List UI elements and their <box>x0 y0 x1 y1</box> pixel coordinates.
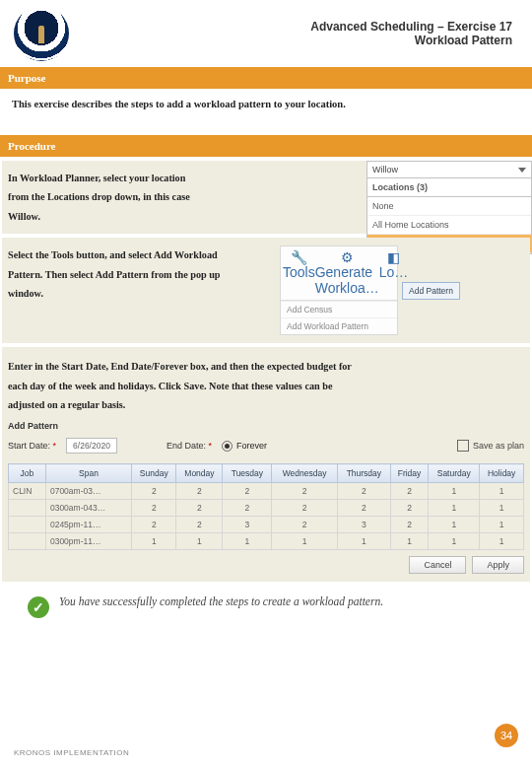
cell-span[interactable]: 0300am-043… <box>45 500 131 517</box>
col-sat: Saturday <box>429 464 480 483</box>
step2-line3: window. <box>8 284 274 303</box>
menu-add-workload-pattern[interactable]: Add Workload Pattern <box>281 317 397 334</box>
step3-line1: Enter in the Start Date, End Date/Foreve… <box>8 357 524 376</box>
table-row: 0300am-043…22222211 <box>9 500 524 517</box>
cell-thu[interactable]: 1 <box>337 533 390 550</box>
cell-mon[interactable]: 2 <box>176 483 223 500</box>
cell-fri[interactable]: 2 <box>390 517 428 533</box>
menu-add-census[interactable]: Add Census <box>281 301 397 317</box>
cell-hol[interactable]: 1 <box>480 517 524 533</box>
add-pattern-title: Add Pattern <box>8 418 524 434</box>
col-fri: Friday <box>390 464 428 483</box>
cell-wed[interactable]: 2 <box>272 483 337 500</box>
col-thu: Thursday <box>337 464 390 483</box>
success-text: You have successfully completed the step… <box>59 594 383 609</box>
cell-sun[interactable]: 1 <box>132 533 176 550</box>
cell-job[interactable] <box>9 500 46 517</box>
cell-job[interactable] <box>9 533 46 550</box>
page-number: 34 <box>495 724 518 747</box>
cell-fri[interactable]: 2 <box>390 483 428 500</box>
cell-sat[interactable]: 1 <box>429 533 480 550</box>
step1-line3: Willow. <box>8 207 303 226</box>
cell-hol[interactable]: 1 <box>480 483 524 500</box>
step2-block: Select the Tools button, and select Add … <box>2 238 530 343</box>
cell-wed[interactable]: 1 <box>272 533 337 550</box>
cell-mon[interactable]: 2 <box>176 517 223 533</box>
cell-wed[interactable]: 2 <box>272 500 337 517</box>
col-job: Job <box>9 464 46 483</box>
cell-sun[interactable]: 2 <box>132 517 176 533</box>
connecticut-seal-logo <box>14 6 69 61</box>
cell-mon[interactable]: 1 <box>176 533 223 550</box>
step3-block: Enter in the Start Date, End Date/Foreve… <box>2 347 530 582</box>
success-row: ✓ You have successfully completed the st… <box>10 585 522 618</box>
forever-radio[interactable]: Forever <box>222 441 267 452</box>
step1-line2: from the Locations drop down, in this ca… <box>8 187 303 206</box>
cell-tue[interactable]: 2 <box>223 500 272 517</box>
step1-block: In Workload Planner, select your locatio… <box>2 161 530 234</box>
cell-fri[interactable]: 1 <box>390 533 428 550</box>
dropdown-selected: Willow <box>372 165 398 175</box>
step2-line2: Pattern. Then select Add Pattern from th… <box>8 265 274 284</box>
col-wed: Wednesday <box>272 464 337 483</box>
cell-thu[interactable]: 2 <box>337 483 390 500</box>
save-as-plan-checkbox[interactable]: Save as plan <box>457 440 524 452</box>
add-pattern-button[interactable]: Add Pattern <box>402 282 460 300</box>
page-header: Advanced Scheduling – Exercise 17 Worklo… <box>10 0 522 67</box>
table-row: 0245pm-11…22323211 <box>9 517 524 533</box>
col-span: Span <box>45 464 131 483</box>
apply-button[interactable]: Apply <box>472 556 524 574</box>
col-tue: Tuesday <box>223 464 272 483</box>
dropdown-option-all[interactable]: All Home Locations <box>367 216 531 235</box>
cell-span[interactable]: 0300pm-11… <box>45 533 131 550</box>
cell-span[interactable]: 0245pm-11… <box>45 517 131 533</box>
cell-span[interactable]: 0700am-03… <box>45 483 131 500</box>
cell-job[interactable]: CLIN <box>9 483 46 500</box>
cell-mon[interactable]: 2 <box>176 500 223 517</box>
chevron-down-icon <box>518 168 526 173</box>
generate-workload-icon[interactable]: ⚙Generate Workloa… <box>315 250 379 296</box>
doc-title-2: Workload Pattern <box>69 34 512 47</box>
cancel-button[interactable]: Cancel <box>409 556 466 574</box>
col-hol: Holiday <box>480 464 524 483</box>
tools-menu[interactable]: 🔧Tools ⚙Generate Workloa… ◧Lo… Add Censu… <box>280 245 398 335</box>
end-date-label: End Date: * <box>166 441 212 451</box>
step3-line2: each day of the week and holidays. Click… <box>8 377 524 395</box>
cell-thu[interactable]: 3 <box>337 517 390 533</box>
start-date-label: Start Date: * <box>8 441 56 451</box>
check-icon: ✓ <box>28 596 49 618</box>
cell-fri[interactable]: 2 <box>390 500 428 517</box>
footer-text: KRONOS IMPLEMENTATION <box>14 748 129 757</box>
step1-line1: In Workload Planner, select your locatio… <box>8 169 303 187</box>
step3-line3: adjusted on a regular basis. <box>8 395 524 414</box>
workload-table: Job Span Sunday Monday Tuesday Wednesday… <box>8 463 524 550</box>
cell-tue[interactable]: 1 <box>223 533 272 550</box>
cell-thu[interactable]: 2 <box>337 500 390 517</box>
cell-hol[interactable]: 1 <box>480 500 524 517</box>
cell-sun[interactable]: 2 <box>132 500 176 517</box>
cell-tue[interactable]: 2 <box>223 483 272 500</box>
start-date-input[interactable]: 6/26/2020 <box>66 438 117 454</box>
step2-line1: Select the Tools button, and select Add … <box>8 245 274 264</box>
cell-sun[interactable]: 2 <box>132 483 176 500</box>
table-row: CLIN0700am-03…22222211 <box>9 483 524 500</box>
tools-icon[interactable]: 🔧Tools <box>283 250 315 296</box>
purpose-text: This exercise describes the steps to add… <box>10 89 522 135</box>
cell-hol[interactable]: 1 <box>480 533 524 550</box>
col-sun: Sunday <box>132 464 176 483</box>
cell-sat[interactable]: 1 <box>429 517 480 533</box>
dropdown-option-none[interactable]: None <box>367 197 531 216</box>
cell-sat[interactable]: 1 <box>429 500 480 517</box>
table-row: 0300pm-11…11111111 <box>9 533 524 550</box>
cell-tue[interactable]: 3 <box>223 517 272 533</box>
cell-job[interactable] <box>9 517 46 533</box>
dropdown-header: Locations (3) <box>367 178 531 197</box>
section-procedure: Procedure <box>0 135 532 157</box>
section-purpose: Purpose <box>0 67 532 89</box>
cell-wed[interactable]: 2 <box>272 517 337 533</box>
cell-sat[interactable]: 1 <box>429 483 480 500</box>
col-mon: Monday <box>176 464 223 483</box>
doc-title-1: Advanced Scheduling – Exercise 17 <box>69 20 512 34</box>
